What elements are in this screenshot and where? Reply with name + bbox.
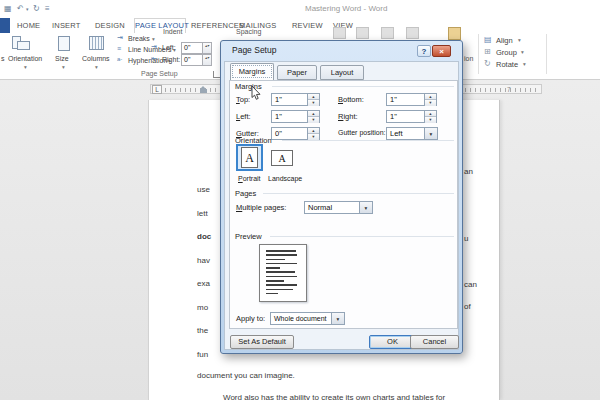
orientation-button[interactable]: Orientation (8, 55, 42, 62)
bottom-margin-label: Bottom: (338, 95, 364, 104)
selection-pane-icon (448, 27, 461, 40)
mouse-cursor (251, 86, 263, 101)
position-icon (333, 27, 346, 39)
align-button[interactable]: Align (496, 36, 513, 45)
undo-dropdown-icon[interactable]: ▾ (26, 0, 29, 18)
doc-line-fragment: doc (197, 232, 211, 241)
cancel-button[interactable]: Cancel (410, 335, 459, 349)
ruler-tick-label: 7 (507, 86, 511, 93)
indent-left-icon: ⇥ (151, 43, 157, 51)
doc-line-fragment: hav (197, 256, 210, 265)
group-button[interactable]: Group (496, 48, 517, 57)
indent-left-field[interactable]: 0" (181, 42, 203, 54)
right-margin-stepper[interactable]: ▴▾ (425, 110, 437, 123)
indent-right-field[interactable]: 0" (181, 54, 203, 66)
page-setup-dialog-launcher-icon[interactable] (213, 71, 220, 78)
rotate-icon: ↻ (484, 59, 491, 68)
bottom-margin-field[interactable]: 1" (386, 93, 425, 106)
dialog-tab-paper[interactable]: Paper (277, 65, 317, 80)
breaks-button[interactable]: Breaks (128, 35, 150, 42)
rotate-dropdown-icon: ▾ (523, 61, 526, 67)
multiple-pages-dropdown-icon[interactable]: ▾ (360, 201, 373, 214)
columns-icon (89, 36, 104, 50)
apply-to-label: Apply to: (236, 314, 265, 323)
indent-right-stepper[interactable]: ▴▾ (203, 54, 212, 66)
group-icon: ⊞ (484, 47, 491, 56)
gutter-field[interactable]: 0" (271, 127, 308, 140)
rotate-button[interactable]: Rotate (496, 60, 518, 69)
columns-dropdown-icon: ▾ (95, 64, 98, 70)
size-button[interactable]: Size (55, 55, 69, 62)
dialog-body: Margins Paper Layout Margins Top: 1" ▴▾ … (224, 61, 459, 350)
top-margin-field[interactable]: 1" (271, 93, 308, 106)
save-icon[interactable]: ▦ (4, 0, 12, 18)
send-backward-icon (406, 27, 419, 39)
doc-line-fragment: an (464, 167, 473, 176)
columns-button[interactable]: Columns (82, 55, 110, 62)
portrait-page-icon[interactable]: A (241, 147, 258, 168)
spacing-group-label: Spacing (236, 28, 261, 35)
ribbon-tab-row: HOME INSERT DESIGN PAGE LAYOUT REFERENCE… (0, 18, 600, 33)
landscape-option-label[interactable]: Landscape (268, 175, 302, 182)
arrange-clipped-label: ion (464, 55, 473, 62)
dialog-close-button[interactable]: × (432, 45, 451, 57)
bottom-margin-stepper[interactable]: ▴▾ (425, 93, 437, 106)
redo-icon[interactable]: ↻ (33, 0, 40, 18)
dialog-titlebar[interactable]: Page Setup ? × (221, 41, 462, 61)
doc-line-fragment: use (197, 185, 210, 194)
left-margin-stepper[interactable]: ▴▾ (308, 110, 320, 123)
indent-left-stepper[interactable]: ▴▾ (203, 42, 212, 54)
indent-left-label: Left: (162, 44, 176, 51)
ok-button[interactable]: OK (369, 335, 416, 349)
preview-section-legend: Preview (235, 232, 262, 241)
size-icon (58, 36, 70, 51)
indent-marker-icon[interactable] (200, 89, 207, 93)
tab-home[interactable]: HOME (17, 21, 40, 30)
multiple-pages-label: Multiple pages: (236, 203, 286, 212)
line-numbers-icon: ≡ (117, 45, 121, 52)
breaks-icon: ⇥ (117, 34, 123, 42)
gutter-position-select[interactable]: Left (386, 127, 425, 140)
right-margin-field[interactable]: 1" (386, 110, 425, 123)
apply-to-select[interactable]: Whole document (270, 312, 332, 325)
margins-button-clipped-label: s (1, 55, 5, 62)
wrap-text-icon (356, 27, 369, 39)
indent-right-label: Right: (162, 56, 180, 63)
doc-line-fragment: lett (197, 209, 208, 218)
portrait-option-label[interactable]: Portrait (238, 175, 261, 182)
set-as-default-button[interactable]: Set As Default (230, 335, 294, 349)
undo-icon[interactable]: ↶ (17, 0, 24, 18)
window-title: Mastering Word - Word (305, 4, 387, 13)
tab-file[interactable] (0, 18, 10, 33)
pages-section-legend: Pages (235, 189, 256, 198)
size-dropdown-icon: ▾ (62, 64, 65, 70)
orientation-dropdown-icon: ▾ (24, 64, 27, 70)
multiple-pages-select[interactable]: Normal (304, 201, 360, 214)
landscape-page-icon[interactable]: A (271, 150, 293, 166)
top-margin-stepper[interactable]: ▴▾ (308, 93, 320, 106)
doc-line-fragment: u (464, 234, 468, 243)
preview-thumbnail (259, 244, 307, 302)
gutter-stepper[interactable]: ▴▾ (308, 127, 320, 140)
tab-insert[interactable]: INSERT (52, 21, 81, 30)
tab-stop-selector[interactable]: L (152, 85, 162, 94)
page-setup-group-label: Page Setup (141, 70, 178, 77)
indent-right-icon: ⇤ (151, 55, 157, 63)
doc-line-fragment: exa (197, 279, 210, 288)
qat-customize-icon[interactable]: ≡ (45, 0, 50, 18)
dialog-help-button[interactable]: ? (417, 45, 431, 57)
gutter-position-dropdown-icon[interactable]: ▾ (425, 127, 438, 140)
indent-group-label: Indent (163, 28, 182, 35)
window-titlebar: ▦ ↶ ▾ ↻ ≡ Mastering Word - Word (0, 0, 600, 18)
bring-forward-icon (381, 27, 394, 39)
gutter-position-label: Gutter position: (338, 129, 385, 136)
tab-review[interactable]: REVIEW (292, 21, 323, 30)
dialog-tab-layout[interactable]: Layout (320, 65, 364, 80)
apply-to-dropdown-icon[interactable]: ▾ (332, 312, 345, 325)
left-margin-field[interactable]: 1" (271, 110, 308, 123)
tab-design[interactable]: DESIGN (95, 21, 125, 30)
dialog-tab-margins[interactable]: Margins (230, 63, 274, 80)
hyphenation-icon: a- (117, 56, 122, 62)
orientation-icon-overlay (17, 41, 30, 50)
doc-visible-line: document you can imagine. (197, 371, 295, 380)
